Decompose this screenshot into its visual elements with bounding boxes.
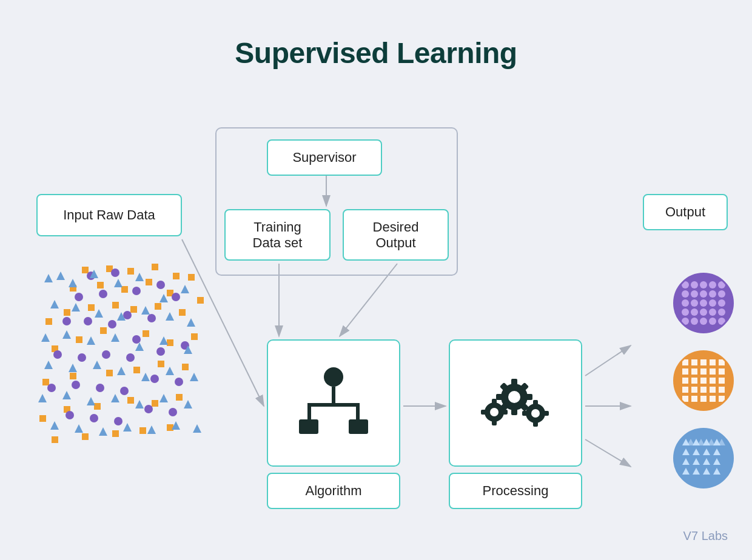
svg-marker-216 [693,468,700,475]
svg-rect-200 [700,396,707,402]
svg-marker-147 [75,424,83,433]
svg-rect-190 [700,378,707,384]
svg-rect-49 [197,297,204,304]
svg-rect-28 [492,399,497,405]
svg-point-89 [62,317,71,325]
svg-point-165 [700,299,707,307]
svg-marker-135 [117,367,126,375]
svg-point-174 [691,318,698,325]
svg-point-177 [718,318,725,325]
svg-rect-29 [492,419,497,425]
svg-marker-128 [111,333,119,342]
svg-point-83 [156,281,165,289]
svg-rect-19 [511,408,517,415]
input-raw-data-label: Input Raw Data [63,207,155,223]
training-data-label: Training Data set [253,219,303,251]
gears-icon [473,364,558,442]
svg-point-176 [709,318,716,325]
svg-rect-41 [152,264,158,270]
svg-marker-118 [50,300,59,308]
svg-rect-201 [710,396,716,402]
svg-rect-30 [502,410,508,415]
svg-marker-212 [693,458,700,465]
training-data-box: Training Data set [224,209,331,261]
svg-rect-180 [700,359,707,365]
svg-point-160 [700,290,707,298]
svg-rect-37 [522,411,528,416]
svg-rect-50 [179,309,186,316]
svg-rect-199 [691,396,697,402]
svg-rect-12 [307,406,311,419]
svg-point-84 [75,293,83,301]
svg-rect-74 [39,415,46,422]
svg-rect-79 [52,436,58,443]
orange-square-grid [676,353,731,408]
svg-line-7 [585,439,631,467]
svg-marker-117 [181,285,189,293]
supervisor-label: Supervisor [292,150,356,165]
output-circle-purple [673,273,734,333]
svg-rect-188 [682,378,688,384]
svg-point-104 [120,387,129,395]
svg-rect-195 [700,387,707,393]
output-circle-orange [673,350,734,411]
svg-rect-183 [682,368,688,375]
svg-point-99 [150,375,159,383]
input-raw-data-box: Input Raw Data [36,194,182,236]
svg-point-175 [700,318,707,325]
svg-rect-78 [82,433,89,440]
svg-marker-148 [99,427,107,436]
processing-icon-box [449,339,582,467]
svg-rect-11 [307,403,360,407]
svg-rect-46 [146,279,152,285]
svg-marker-141 [87,397,95,405]
svg-marker-150 [147,425,156,434]
svg-marker-119 [72,303,80,312]
svg-marker-116 [159,294,168,302]
svg-marker-122 [141,306,150,315]
svg-point-98 [126,353,135,362]
svg-marker-127 [87,336,95,345]
svg-point-171 [709,308,716,316]
svg-marker-111 [56,272,65,280]
svg-marker-126 [62,330,71,339]
output-label: Output [665,204,705,220]
svg-point-155 [700,281,707,288]
algorithm-icon [294,364,373,442]
processing-label-box: Processing [449,473,582,509]
svg-point-101 [47,384,56,392]
svg-point-163 [682,299,689,307]
svg-point-82 [132,287,141,295]
svg-rect-184 [691,368,697,375]
svg-rect-34 [533,400,538,406]
svg-rect-187 [719,368,725,375]
svg-marker-210 [713,448,720,455]
svg-point-168 [682,308,689,316]
svg-rect-181 [710,359,716,365]
svg-marker-222 [718,439,725,445]
svg-rect-77 [112,430,119,437]
svg-point-17 [508,391,520,403]
svg-rect-61 [76,336,82,343]
svg-point-88 [172,293,180,301]
svg-rect-38 [82,267,89,273]
svg-rect-197 [719,387,725,393]
svg-point-87 [147,314,156,322]
svg-point-158 [682,290,689,298]
output-circles [673,273,734,505]
output-box: Output [643,194,728,230]
svg-point-93 [156,347,165,356]
svg-rect-48 [188,274,195,281]
svg-marker-145 [184,400,192,408]
svg-point-170 [700,308,707,316]
svg-marker-130 [159,336,168,345]
svg-marker-142 [111,394,119,402]
svg-rect-191 [710,378,716,384]
svg-marker-134 [93,361,101,369]
svg-rect-186 [710,368,716,375]
scatter-svg [33,261,209,448]
svg-marker-110 [44,274,53,282]
svg-marker-114 [114,279,123,287]
svg-rect-189 [691,378,697,384]
svg-marker-209 [703,448,710,455]
